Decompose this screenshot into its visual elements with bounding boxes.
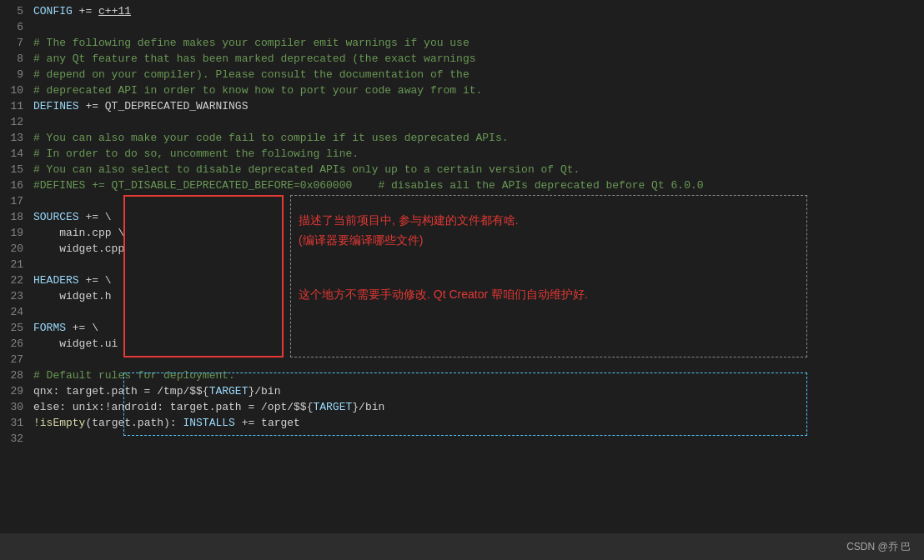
line-13: 13 # You can also make your code fail to… (0, 130, 924, 146)
line-27: 27 (0, 352, 924, 368)
line-6: 6 (0, 19, 924, 35)
line-num-13: 13 (0, 130, 33, 146)
line-content-30: else: unix:!android: target.path = /opt/… (33, 399, 924, 415)
line-20: 20 widget.cpp (0, 241, 924, 257)
line-16: 16 #DEFINES += QT_DISABLE_DEPRECATED_BEF… (0, 178, 924, 193)
line-num-12: 12 (0, 114, 33, 130)
line-num-14: 14 (0, 146, 33, 162)
line-content-14: # In order to do so, uncomment the follo… (33, 146, 924, 162)
line-num-11: 11 (0, 98, 33, 114)
line-content-10: # deprecated API in order to know how to… (33, 82, 924, 98)
line-content-11: DEFINES += QT_DEPRECATED_WARNINGS (33, 98, 924, 114)
line-content-13: # You can also make your code fail to co… (33, 130, 924, 146)
line-num-9: 9 (0, 67, 33, 82)
line-num-19: 19 (0, 225, 33, 241)
line-28: 28 # Default rules for deployment. (0, 368, 924, 383)
line-29: 29 qnx: target.path = /tmp/$${TARGET}/bi… (0, 383, 924, 399)
bottom-bar: CSDN @乔 巴 (0, 533, 924, 560)
line-num-20: 20 (0, 241, 33, 257)
line-content-29: qnx: target.path = /tmp/$${TARGET}/bin (33, 383, 924, 399)
line-14: 14 # In order to do so, uncomment the fo… (0, 146, 924, 162)
line-content-8: # any Qt feature that has been marked de… (33, 51, 924, 67)
editor-area: 5 CONFIG += c++11 6 7 # The following de… (0, 0, 924, 533)
line-num-21: 21 (0, 257, 33, 272)
line-content-26: widget.ui (33, 336, 924, 352)
line-7: 7 # The following define makes your comp… (0, 35, 924, 51)
line-num-29: 29 (0, 383, 33, 399)
line-num-28: 28 (0, 368, 33, 383)
line-content-28: # Default rules for deployment. (33, 368, 924, 383)
annotation-text-3: 这个地方不需要手动修改. Qt Creator 帮咱们自动维护好. (299, 288, 588, 302)
line-10: 10 # deprecated API in order to know how… (0, 82, 924, 98)
line-num-10: 10 (0, 82, 33, 98)
line-32: 32 (0, 431, 924, 447)
bottom-bar-text: CSDN @乔 巴 (846, 540, 911, 554)
annotation-text-2: (编译器要编译哪些文件) (299, 233, 423, 248)
line-num-7: 7 (0, 35, 33, 51)
line-content-31: !isEmpty(target.path): INSTALLS += targe… (33, 415, 924, 431)
line-17: 17 (0, 193, 924, 209)
line-12: 12 (0, 114, 924, 130)
line-content-16: #DEFINES += QT_DISABLE_DEPRECATED_BEFORE… (33, 178, 924, 193)
line-25: 25 FORMS += \ (0, 320, 924, 336)
line-num-30: 30 (0, 399, 33, 415)
line-num-22: 22 (0, 272, 33, 288)
line-15: 15 # You can also select to disable depr… (0, 162, 924, 178)
line-31: 31 !isEmpty(target.path): INSTALLS += ta… (0, 415, 924, 431)
line-num-31: 31 (0, 415, 33, 431)
line-content-15: # You can also select to disable depreca… (33, 162, 924, 178)
line-num-27: 27 (0, 352, 33, 368)
line-22: 22 HEADERS += \ (0, 272, 924, 288)
line-5: 5 CONFIG += c++11 (0, 3, 924, 19)
line-content-22: HEADERS += \ (33, 272, 924, 288)
line-num-18: 18 (0, 209, 33, 225)
line-11: 11 DEFINES += QT_DEPRECATED_WARNINGS (0, 98, 924, 114)
line-num-32: 32 (0, 431, 33, 447)
line-num-15: 15 (0, 162, 33, 178)
line-21: 21 (0, 257, 924, 272)
line-content-7: # The following define makes your compil… (33, 35, 924, 51)
annotation-text-1: 描述了当前项目中, 参与构建的文件都有啥. (299, 213, 519, 228)
line-30: 30 else: unix:!android: target.path = /o… (0, 399, 924, 415)
line-9: 9 # depend on your compiler). Please con… (0, 67, 924, 82)
line-num-24: 24 (0, 304, 33, 320)
line-num-25: 25 (0, 320, 33, 336)
line-content-20: widget.cpp (33, 241, 924, 257)
line-num-17: 17 (0, 193, 33, 209)
line-content-5: CONFIG += c++11 (33, 3, 924, 19)
line-content-9: # depend on your compiler). Please consu… (33, 67, 924, 82)
line-num-5: 5 (0, 3, 33, 19)
line-num-23: 23 (0, 288, 33, 304)
line-num-8: 8 (0, 51, 33, 67)
line-8: 8 # any Qt feature that has been marked … (0, 51, 924, 67)
line-26: 26 widget.ui (0, 336, 924, 352)
line-num-6: 6 (0, 19, 33, 35)
line-num-26: 26 (0, 336, 33, 352)
line-24: 24 (0, 304, 924, 320)
line-content-25: FORMS += \ (33, 320, 924, 336)
line-num-16: 16 (0, 178, 33, 193)
